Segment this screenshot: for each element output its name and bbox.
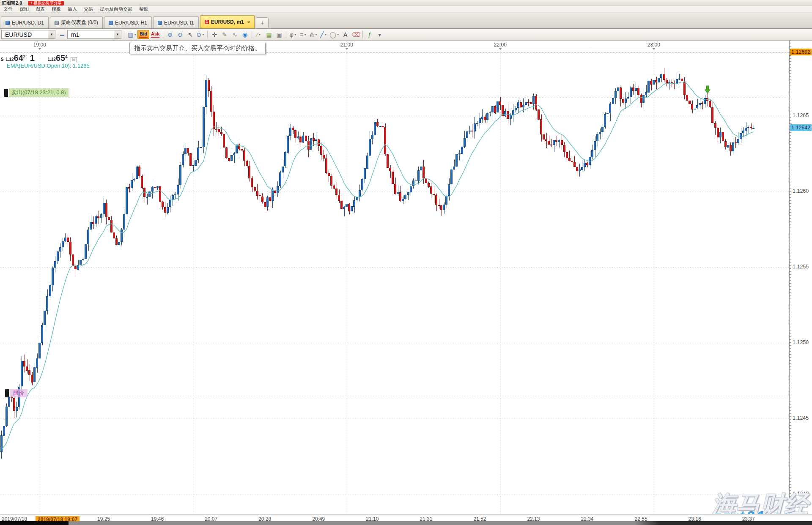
quote-calendar-icon[interactable]: 日	[71, 57, 77, 62]
cursor-icon[interactable]: ↖	[186, 30, 195, 39]
indicators-icon[interactable]: ƒ	[365, 30, 374, 39]
screenshot-icon[interactable]: ▦	[264, 30, 274, 39]
x-axis-hour-label: 19:00	[33, 42, 46, 48]
ask-button[interactable]: Ask	[149, 30, 161, 39]
candlestick-chart[interactable]	[0, 41, 789, 514]
tab-eurusd-m1-active[interactable]: EUR/USD, m1 ×	[200, 15, 255, 28]
tab-label: EUR/USD, D1	[12, 20, 44, 26]
quote-sell-prefix: S	[1, 57, 4, 62]
text-icon: A	[343, 31, 347, 38]
application-window: 汇图宝2.0 1 模拟交易 节分享 文件 视图 图表 模板 插入 交易 提示及自…	[0, 0, 812, 525]
comment-icon[interactable]: ✎	[220, 30, 229, 39]
taskbar-strip	[0, 521, 812, 525]
trendline-icon[interactable]: ╱▼	[319, 30, 328, 39]
tab-strategy-dashboard[interactable]: 策略仪表盘 (0/0)	[50, 16, 103, 28]
panel-icon: ▣	[277, 31, 282, 38]
chevron-down-icon[interactable]: ▼	[294, 33, 297, 36]
zoom-out-icon: ⊖	[178, 31, 183, 38]
trendline-icon: ╱	[320, 31, 324, 38]
chart-tab-bar: EUR/USD, D1 策略仪表盘 (0/0) EUR/USD, H1 EUR/…	[0, 13, 812, 29]
x-axis-tick	[652, 48, 656, 50]
ellipse-icon[interactable]: ◯▼	[329, 30, 340, 39]
crosshair-icon[interactable]: ✛	[210, 30, 219, 39]
chart-tab-icon	[109, 21, 113, 25]
position-label-text: 卖出(07/18 23:21, 0.8)	[9, 88, 69, 97]
tab-eurusd-t1[interactable]: EUR/USD, t1	[153, 16, 199, 28]
globe-icon: ◉	[242, 31, 247, 38]
menu-template[interactable]: 模板	[48, 6, 64, 12]
quote-buy-sup: 4	[65, 55, 68, 59]
limit-order-label[interactable]: 限价	[5, 389, 27, 397]
tab-eurusd-h1[interactable]: EUR/USD, H1	[104, 16, 152, 28]
order-flag-icon	[5, 389, 9, 397]
chevron-down-icon[interactable]: ▼	[258, 33, 261, 36]
y-axis-price-label: 1.1245	[793, 415, 809, 421]
toolbar: EUR/USD ▼ ▬ m1 ▼ ▥ ▼ Bid Ask ⊕⊖↖⊙▼✛✎∿◉∕▼…	[0, 29, 812, 41]
menu-insert[interactable]: 插入	[64, 6, 80, 12]
more-icon: ▾	[378, 31, 381, 38]
toolbar-separator	[252, 31, 252, 38]
new-tab-button[interactable]: +	[256, 17, 269, 28]
quote-spread: 1	[30, 53, 35, 63]
quote-sell-big: 64	[14, 53, 23, 63]
ruler-icon[interactable]: ∕▼	[254, 30, 263, 39]
tab-close-icon[interactable]: ×	[247, 19, 250, 25]
zoom-out-icon[interactable]: ⊖	[176, 30, 185, 39]
chart-type-icon[interactable]: ▥ ▼	[127, 30, 137, 39]
chevron-down-icon[interactable]: ▼	[324, 33, 327, 36]
magnifier-icon[interactable]: ⊙▼	[196, 30, 205, 39]
text-icon[interactable]: A	[341, 30, 350, 39]
hlines-icon: ≡	[300, 31, 303, 38]
x-axis-tick	[345, 48, 348, 50]
menu-bar: 文件 视图 图表 模板 插入 交易 提示及自动交易 帮助	[0, 6, 812, 13]
toolbar-separator	[362, 31, 363, 38]
globe-icon[interactable]: ◉	[240, 30, 250, 39]
open-position-label[interactable]: 卖出(07/18 23:21, 0.8)	[4, 88, 69, 97]
y-axis-price-label: 1.1250	[793, 339, 809, 345]
price-axis[interactable]: 1.12651.12601.12551.12501.12451.12401.12…	[789, 41, 812, 514]
pitchfork-icon[interactable]: ⋔▼	[309, 30, 318, 39]
menu-chart[interactable]: 图表	[32, 6, 48, 12]
chevron-down-icon[interactable]: ▼	[202, 33, 205, 36]
x-axis-hour-label: 21:00	[340, 42, 353, 48]
eraser-icon[interactable]: ⌫	[351, 30, 360, 39]
fibonacci-icon[interactable]: φ▼	[288, 30, 298, 39]
symbol-combobox[interactable]: EUR/USD ▼	[1, 30, 55, 39]
chevron-down-icon[interactable]: ▼	[337, 33, 340, 36]
freehand-icon: ∿	[232, 31, 237, 38]
chevron-down-icon[interactable]: ▼	[48, 30, 55, 38]
quote-buy-big: 65	[56, 53, 65, 63]
menu-view[interactable]: 视图	[16, 6, 32, 12]
freehand-icon[interactable]: ∿	[230, 30, 239, 39]
menu-alerts-autotrade[interactable]: 提示及自动交易	[96, 6, 136, 12]
chevron-down-icon[interactable]: ▼	[315, 33, 318, 36]
hlines-icon[interactable]: ≡▼	[299, 30, 308, 39]
bid-underline	[139, 37, 148, 38]
menu-help[interactable]: 帮助	[136, 6, 152, 12]
chevron-down-icon[interactable]: ▼	[134, 33, 137, 36]
pitchfork-icon: ⋔	[309, 31, 314, 38]
zoom-in-icon[interactable]: ⊕	[165, 30, 175, 39]
panel-icon[interactable]: ▣	[274, 30, 284, 39]
app-title: 汇图宝2.0	[2, 0, 22, 6]
menu-file[interactable]: 文件	[0, 6, 16, 12]
day-high-badge: 1.12692	[790, 49, 812, 55]
menu-trade[interactable]: 交易	[80, 6, 96, 12]
timeframe-combobox[interactable]: m1 ▼	[67, 30, 121, 39]
dashboard-tab-icon	[55, 21, 59, 25]
crosshair-icon: ✛	[212, 31, 217, 38]
chevron-down-icon[interactable]: ▼	[114, 30, 121, 38]
toolbar-separator	[163, 31, 163, 38]
bid-button[interactable]: Bid	[137, 30, 149, 39]
tab-label: EUR/USD, t1	[164, 20, 194, 26]
chart-type-glyph: ▥	[128, 31, 133, 38]
chart-tab-icon	[5, 21, 10, 25]
tab-label: 策略仪表盘 (0/0)	[61, 19, 98, 26]
more-icon[interactable]: ▾	[375, 30, 384, 39]
chevron-down-icon[interactable]: ▼	[304, 33, 307, 36]
quotes-icon[interactable]: ▬	[58, 30, 67, 39]
quote-sell-small: 1.12	[5, 57, 14, 62]
title-badge[interactable]: 1 模拟交易 节分享	[28, 1, 64, 5]
ellipse-icon: ◯	[329, 31, 336, 38]
tab-eurusd-d1[interactable]: EUR/USD, D1	[1, 16, 49, 28]
